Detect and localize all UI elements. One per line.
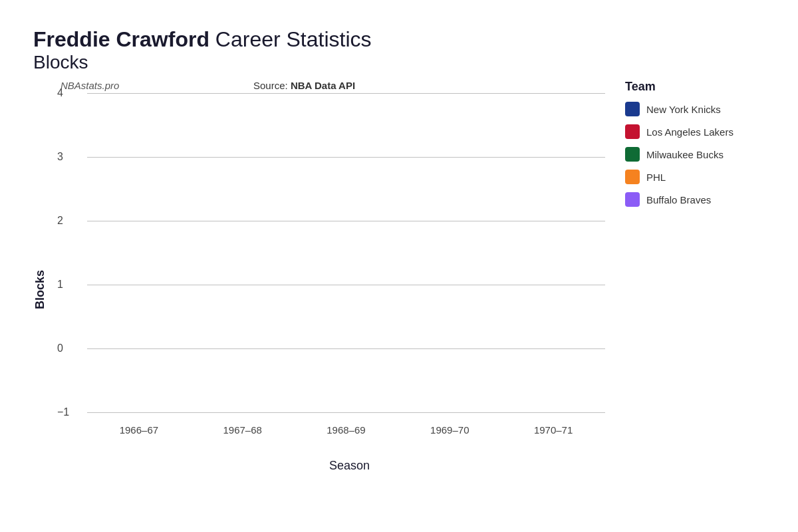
legend-item-phl: PHL <box>625 170 765 184</box>
chart-subtitle: Blocks <box>33 52 765 73</box>
x-tick-1967: 1967–68 <box>223 424 261 436</box>
watermark: NBAstats.pro <box>61 80 119 91</box>
legend-item-bucks: Milwaukee Bucks <box>625 147 765 162</box>
legend-title: Team <box>625 80 765 94</box>
legend-item-lakers: Los Angeles Lakers <box>625 124 765 139</box>
bucks-label: Milwaukee Bucks <box>646 149 724 160</box>
legend-item-braves: Buffalo Braves <box>625 192 765 207</box>
x-tick-1969: 1969–70 <box>430 424 469 436</box>
source-bold: NBA Data API <box>291 80 355 91</box>
legend: Team New York Knicks Los Angeles Lakers … <box>612 80 765 473</box>
x-ticks: 1966–67 1967–68 1968–69 1969–70 1970–71 <box>87 424 605 436</box>
grid-line-0 <box>87 348 605 349</box>
phl-label: PHL <box>646 172 666 183</box>
grid-line-1 <box>87 285 605 285</box>
y-tick-1: 1 <box>57 279 63 291</box>
x-tick-1970: 1970–71 <box>534 424 573 436</box>
page: Freddie Crawford Career Statistics Block… <box>0 0 798 532</box>
phl-swatch <box>625 170 640 184</box>
title-block: Freddie Crawford Career Statistics Block… <box>33 27 765 73</box>
grid-line-4 <box>87 93 605 94</box>
player-name: Freddie Crawford <box>33 27 209 51</box>
source-label: Source: NBA Data API <box>253 80 355 91</box>
bucks-swatch <box>625 147 640 162</box>
y-tick-neg1: −1 <box>57 406 69 418</box>
lakers-swatch <box>625 124 640 139</box>
grid-line-3 <box>87 157 605 158</box>
grid-line-2 <box>87 221 605 221</box>
x-tick-1966: 1966–67 <box>120 424 158 436</box>
y-tick-2: 2 <box>57 215 63 227</box>
chart-area: Blocks NBAstats.pro Source: NBA Data API <box>33 80 765 473</box>
braves-label: Buffalo Braves <box>646 194 711 205</box>
knicks-swatch <box>625 102 640 116</box>
source-prefix: Source: <box>253 80 291 91</box>
title-line: Freddie Crawford Career Statistics <box>33 27 765 52</box>
chart-container: NBAstats.pro Source: NBA Data API 4 3 <box>54 80 612 473</box>
stat-type: Career Statistics <box>209 27 372 51</box>
y-tick-0: 0 <box>57 342 63 354</box>
knicks-label: New York Knicks <box>646 104 721 115</box>
plot-area: 4 3 2 1 0 −1 <box>87 93 605 412</box>
x-axis-label: Season <box>87 459 612 473</box>
chart-and-legend: NBAstats.pro Source: NBA Data API 4 3 <box>54 80 765 473</box>
y-axis-label: Blocks <box>33 80 47 473</box>
y-tick-3: 3 <box>57 151 63 163</box>
legend-item-knicks: New York Knicks <box>625 102 765 116</box>
lakers-label: Los Angeles Lakers <box>646 126 733 138</box>
watermark-label: NBAstats.pro <box>61 80 119 91</box>
x-tick-1968: 1968–69 <box>327 424 365 436</box>
braves-swatch <box>625 192 640 207</box>
grid-line-neg1 <box>87 412 605 413</box>
